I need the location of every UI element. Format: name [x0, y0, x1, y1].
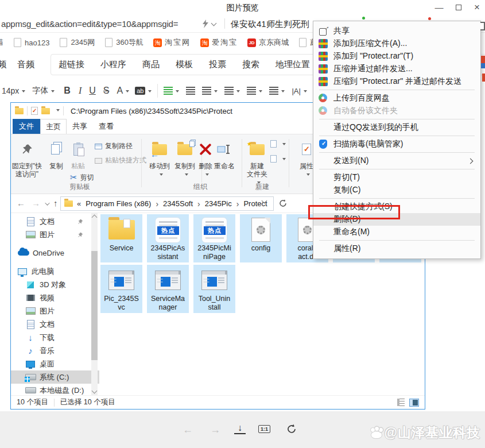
context-menu-item[interactable]: 压缩并通过邮件发送... — [313, 63, 480, 75]
copy-path-button[interactable]: 复制路径 — [95, 141, 133, 151]
underline-button[interactable]: U — [89, 86, 96, 96]
context-menu-item[interactable]: 添加到压缩文件(A)... — [313, 37, 480, 50]
context-menu-item[interactable]: 自动备份该文件夹 — [313, 105, 480, 117]
indent-button[interactable] — [202, 87, 218, 95]
context-menu-item[interactable]: 共享 — [313, 25, 480, 37]
pin-to-quick-access-button[interactable]: 固定到"快速访问" — [11, 138, 43, 178]
new-item-button[interactable] — [270, 140, 286, 148]
context-menu-item[interactable] — [319, 169, 475, 169]
editor-tab[interactable]: 超链接 — [59, 59, 84, 70]
context-menu-item[interactable]: 属性(R) — [313, 242, 480, 255]
bookmark-item[interactable]: 2345网 — [59, 37, 95, 48]
tab-share[interactable]: 共享 — [67, 119, 93, 134]
refresh-icon[interactable] — [278, 199, 288, 208]
editor-tab[interactable]: 模板 — [176, 59, 193, 70]
sidebar-item[interactable]: 本地磁盘 (D:) — [11, 384, 99, 397]
context-menu-item[interactable]: 压缩到 "Protect.rar" 并通过邮件发送 — [313, 75, 480, 88]
rename-button[interactable]: 重命名 — [208, 138, 240, 170]
copy-button[interactable]: 复制 — [44, 138, 68, 170]
line-height-button[interactable] — [224, 87, 240, 95]
file-item[interactable]: Tool_Unin stall — [193, 265, 235, 313]
bookmark-item[interactable]: 淘 爱淘宝 — [200, 37, 238, 48]
details-view-icon[interactable] — [397, 399, 406, 406]
context-menu-item[interactable] — [319, 119, 475, 119]
strikethrough-button[interactable]: S — [103, 86, 110, 96]
sidebar-item[interactable]: 下载 — [11, 331, 99, 344]
context-menu-item[interactable] — [319, 90, 475, 90]
maximize-button[interactable] — [451, 2, 466, 14]
breadcrumb-segment[interactable]: 2345Soft — [163, 199, 205, 208]
easy-access-button[interactable] — [270, 155, 286, 163]
tab-audio[interactable]: 音频 — [17, 59, 34, 70]
file-item[interactable]: Service — [100, 214, 142, 262]
sidebar-item[interactable]: 图片 — [11, 228, 99, 241]
sidebar-item[interactable]: 3D 对象 — [11, 278, 99, 291]
qat-caret-icon[interactable] — [56, 109, 60, 113]
context-menu-item[interactable]: 通过QQ发送到我的手机 — [313, 121, 480, 134]
minimize-button[interactable]: — — [432, 2, 447, 14]
sidebar-item[interactable]: 文档 — [11, 215, 99, 228]
scroll-up-icon[interactable] — [92, 215, 98, 221]
thumbnail-view-icon[interactable] — [409, 399, 419, 407]
forward-button[interactable]: → — [32, 198, 40, 208]
context-menu-item[interactable]: 上传到百度网盘 — [313, 92, 480, 105]
up-button[interactable]: ↑ — [53, 198, 58, 208]
editor-tab[interactable]: 小程序 — [100, 59, 126, 70]
align-left-button[interactable] — [186, 87, 195, 95]
context-menu-item[interactable]: 重命名(M) — [313, 226, 480, 238]
bookmark-item[interactable]: 淘 淘宝网 — [153, 37, 191, 48]
file-item[interactable]: Pic_2345S vc — [100, 265, 142, 313]
sidebar-scrollbar[interactable] — [91, 213, 98, 395]
sidebar-item[interactable]: 图片 — [11, 304, 99, 318]
editor-tab[interactable]: 地理位置 — [276, 59, 310, 70]
new-folder-quick-icon[interactable] — [41, 108, 50, 114]
context-menu-item[interactable]: 发送到(N) — [313, 155, 480, 167]
sidebar-item[interactable]: 系统 (C:) — [11, 370, 99, 384]
bookmark-item[interactable]: 360导航 — [104, 37, 143, 48]
tab-view[interactable]: 查看 — [93, 119, 119, 134]
font-color-button[interactable]: A — [117, 86, 129, 96]
close-button[interactable]: × — [470, 2, 484, 14]
highlight-button[interactable]: ab — [135, 87, 152, 95]
rotate-icon[interactable] — [286, 423, 297, 435]
actual-size-button[interactable]: 1:1 — [258, 425, 270, 433]
editor-tab[interactable]: 搜索 — [242, 59, 259, 70]
breadcrumb-segment[interactable]: Program Files (x86) — [86, 199, 163, 208]
char-spacing-button[interactable]: |A| — [292, 87, 306, 95]
tab-file[interactable]: 文件 — [13, 119, 40, 134]
sidebar-item-this-pc[interactable]: 此电脑 — [11, 265, 99, 278]
recent-locations-chevron[interactable] — [45, 200, 49, 205]
tab-home[interactable]: 主页 — [40, 119, 67, 134]
scrollbar-thumb[interactable] — [91, 251, 98, 360]
new-folder-button[interactable]: ★ 新建文件夹 — [244, 138, 270, 186]
cut-button[interactable]: ✂剪切 — [70, 172, 94, 183]
bookmark-item[interactable]: hao123 — [13, 38, 49, 47]
context-menu-item[interactable] — [319, 152, 475, 153]
outdent-button[interactable] — [269, 87, 285, 95]
file-item[interactable]: 热点 2345PicAs sistant — [147, 214, 189, 262]
bold-button[interactable]: B — [64, 86, 71, 96]
breadcrumb-prefix[interactable]: « — [77, 199, 81, 208]
tab-partial[interactable]: 频 — [0, 59, 6, 70]
scroll-down-icon[interactable] — [92, 388, 98, 394]
lightning-icon[interactable] — [202, 20, 209, 28]
file-item[interactable]: ServiceMa nager — [147, 265, 189, 313]
sidebar-item[interactable]: 视频 — [11, 291, 99, 304]
list-style-button[interactable] — [164, 87, 179, 95]
file-item[interactable]: 热点 2345PicMi niPage — [193, 214, 235, 262]
sidebar-item-onedrive[interactable]: OneDrive — [11, 246, 99, 260]
context-menu-item[interactable]: 添加到 "Protect.rar"(T) — [313, 50, 480, 63]
paste-shortcut-button[interactable]: 粘贴快捷方式 — [95, 156, 146, 165]
download-button[interactable]: ↓ — [234, 423, 246, 434]
next-image-button[interactable]: → — [210, 424, 220, 436]
paste-button[interactable]: 粘贴 — [66, 138, 90, 170]
context-menu-item[interactable] — [319, 198, 475, 199]
bookmark-item[interactable]: JD 京东商城 — [247, 37, 289, 48]
sidebar-item[interactable]: 桌面 — [11, 357, 99, 370]
file-item[interactable]: config — [240, 214, 282, 262]
font-size-select[interactable]: 14px — [2, 86, 25, 95]
chevron-down-icon[interactable] — [211, 21, 217, 26]
context-menu-item[interactable] — [319, 136, 475, 136]
context-menu-item[interactable]: 复制(C) — [313, 184, 480, 196]
font-family-select[interactable]: 字体 — [32, 86, 55, 96]
